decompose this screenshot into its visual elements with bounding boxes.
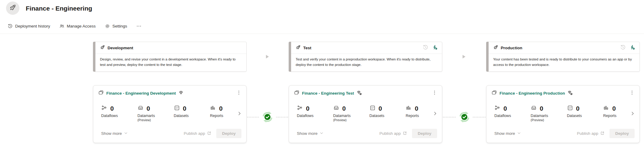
stat-value: 0 [503, 105, 507, 112]
deploy-button[interactable]: Deploy [216, 129, 241, 138]
deployment-settings-icon[interactable] [629, 44, 635, 51]
stage-card-development: Development Design, review, and revise y… [93, 42, 247, 72]
stat-label: Datasets [174, 114, 210, 118]
workspace-card-test: Finance - Engineering Test 0 Dataflows 0… [289, 85, 442, 143]
external-link-icon [600, 131, 605, 136]
reports-icon [406, 105, 412, 112]
deployment-settings-icon[interactable] [432, 44, 438, 51]
stat-sublabel: (Preview) [333, 118, 370, 122]
stage-actions [620, 44, 635, 51]
stage-card-production: Production Your content has been tested … [486, 42, 640, 72]
workspace-name-link[interactable]: Finance - Engineering Development [106, 91, 176, 96]
workspace-card-development: Finance - Engineering Development 0 Data… [93, 85, 247, 143]
stat-label: Datasets [370, 114, 406, 118]
stage-history-icon[interactable] [423, 44, 428, 51]
stat-datamarts: 0 Datamarts (Preview) [333, 105, 370, 122]
datasets-icon [174, 105, 180, 112]
stat-dataflows: 0 Dataflows [297, 105, 333, 122]
workspace-card-production: Finance - Engineering Production 0 Dataf… [486, 85, 640, 143]
workspace-icon [98, 90, 104, 97]
workspace-title-row: Finance - Engineering Development [93, 86, 246, 97]
show-more-label: Show more [297, 131, 317, 136]
show-more-label: Show more [494, 131, 515, 136]
stage-card-test: Test Test and verify your content in a p… [289, 42, 442, 72]
datamarts-icon [138, 105, 144, 112]
workspace-icon [491, 90, 497, 97]
kebab-menu-button[interactable] [431, 89, 438, 97]
sync-check-icon[interactable] [259, 109, 276, 125]
workspace-footer: Show more Publish app Deploy [289, 129, 442, 138]
footer-actions: Publish app Deploy [184, 129, 241, 138]
deployment-history-button[interactable]: Deployment history [8, 24, 50, 29]
stat-value: 0 [415, 105, 418, 112]
stage-header: Production [486, 42, 639, 54]
datamarts-icon [333, 105, 339, 112]
chevron-right-icon[interactable] [433, 111, 438, 117]
manage-access-button[interactable]: Manage Access [59, 24, 96, 29]
chevron-right-icon[interactable] [237, 111, 242, 117]
kebab-menu-button[interactable] [236, 89, 242, 97]
history-icon [8, 24, 13, 29]
publish-app-button[interactable]: Publish app [577, 131, 605, 136]
sync-check-icon[interactable] [456, 109, 473, 125]
stage-accent-bar [486, 42, 489, 72]
stage-description: Test and verify your content in a prepro… [289, 54, 442, 68]
stage-header: Test [289, 42, 442, 54]
stage-description: Design, review, and revise your content … [93, 54, 246, 68]
stat-label: Dataflows [297, 114, 333, 118]
deploy-button[interactable]: Deploy [609, 129, 635, 138]
stat-datasets: 0 Datasets [370, 105, 406, 122]
workspace-stats: 0 Dataflows 0 Datamarts (Preview) 0 Data… [486, 97, 639, 122]
reports-icon [603, 105, 609, 112]
workspace-footer: Show more Publish app Deploy [93, 129, 246, 138]
stat-value: 0 [219, 105, 223, 112]
rocket-icon [296, 45, 301, 51]
show-more-button[interactable]: Show more [494, 131, 521, 136]
stat-value: 0 [612, 105, 616, 112]
stage-history-icon[interactable] [620, 44, 626, 51]
workspace-name-link[interactable]: Finance - Engineering Production [500, 91, 565, 96]
settings-label: Settings [112, 24, 127, 28]
kebab-menu-button[interactable] [629, 89, 635, 97]
settings-button[interactable]: Settings [105, 24, 127, 29]
stat-label: Datamarts [333, 114, 370, 118]
stat-value: 0 [379, 105, 382, 112]
publish-app-button[interactable]: Publish app [184, 131, 211, 136]
stat-datamarts: 0 Datamarts (Preview) [138, 105, 174, 122]
workspace-icon [294, 90, 300, 97]
stat-value: 0 [306, 105, 310, 112]
people-icon [59, 24, 65, 29]
stat-dataflows: 0 Dataflows [494, 105, 531, 122]
play-arrow-icon [266, 54, 269, 60]
deploy-button[interactable]: Deploy [412, 129, 437, 138]
chevron-right-icon[interactable] [630, 111, 635, 117]
rocket-icon [100, 45, 105, 51]
stage-header: Development [93, 42, 246, 54]
show-more-button[interactable]: Show more [101, 131, 128, 136]
publish-app-label: Publish app [379, 131, 401, 136]
diamond-person-badge-icon [357, 90, 362, 97]
reports-icon [210, 105, 216, 112]
stat-label: Datamarts [138, 114, 174, 118]
more-options-button[interactable] [136, 24, 141, 29]
publish-app-button[interactable]: Publish app [379, 131, 407, 136]
show-more-button[interactable]: Show more [297, 131, 324, 136]
show-more-label: Show more [101, 131, 122, 136]
dataflows-icon [101, 105, 107, 112]
stat-datasets: 0 Datasets [567, 105, 603, 122]
workspace-stats: 0 Dataflows 0 Datamarts (Preview) 0 Data… [289, 97, 442, 122]
play-arrow-icon [462, 54, 466, 60]
stage-accent-bar [93, 42, 95, 72]
stat-value: 0 [342, 105, 346, 112]
external-link-icon [403, 131, 407, 136]
stat-value: 0 [110, 105, 114, 112]
datamarts-icon [531, 105, 537, 112]
deployment-pipeline-page: Finance - Engineering Deployment history… [0, 0, 644, 146]
toolbar-divider [0, 34, 644, 34]
stage-actions [423, 44, 438, 51]
stat-datamarts: 0 Datamarts (Preview) [531, 105, 567, 122]
stat-value: 0 [576, 105, 580, 112]
workspace-name-link[interactable]: Finance - Engineering Test [302, 91, 354, 96]
pipeline-avatar [6, 2, 19, 15]
stat-sublabel: (Preview) [138, 118, 174, 122]
